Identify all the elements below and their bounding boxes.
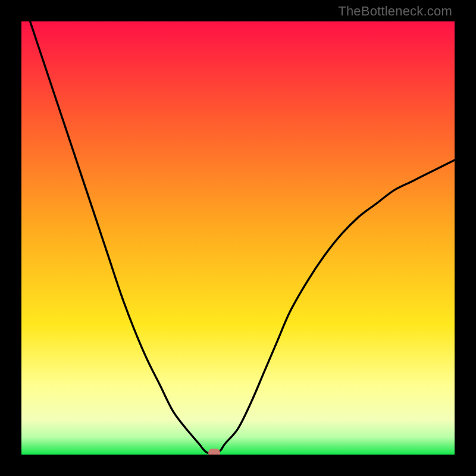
chart-frame: TheBottleneck.com bbox=[0, 0, 476, 476]
plot-area bbox=[21, 21, 455, 455]
optimum-marker bbox=[208, 449, 220, 455]
bottleneck-curve bbox=[21, 21, 455, 455]
attribution-text: TheBottleneck.com bbox=[338, 4, 452, 19]
